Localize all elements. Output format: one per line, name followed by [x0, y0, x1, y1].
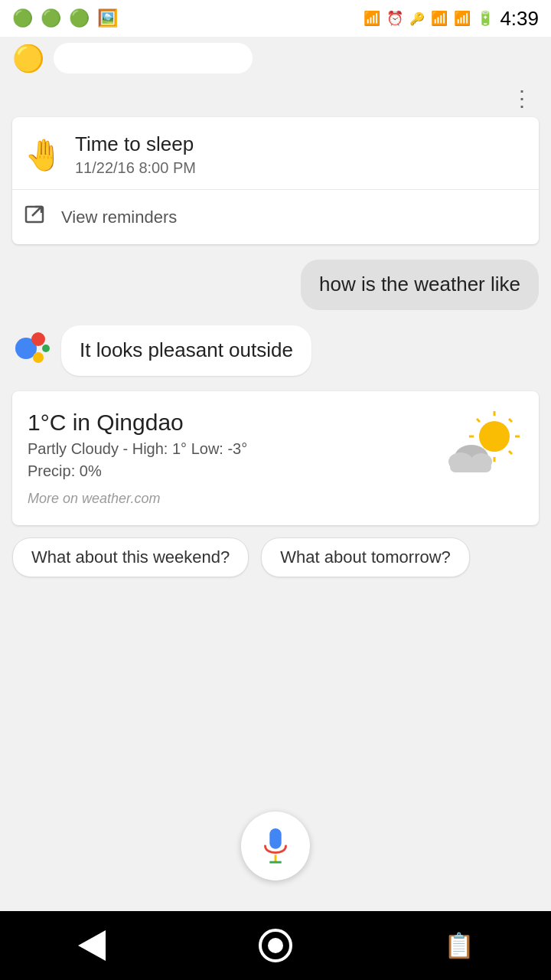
status-time: 4:39	[500, 7, 539, 31]
svg-line-1	[32, 207, 41, 216]
svg-point-3	[31, 332, 45, 346]
overflow-menu-button[interactable]: ⋮	[505, 83, 539, 114]
photo-icon: 🖼️	[97, 8, 118, 28]
user-message: how is the weather like	[12, 260, 539, 310]
weather-icon	[439, 410, 523, 488]
status-icons-right: 📶 ⏰ 🔑 📶 📶 🔋 4:39	[364, 7, 539, 31]
back-icon	[78, 930, 106, 961]
chat-area: how is the weather like It looks pleasan…	[0, 244, 551, 391]
chip-weekend[interactable]: What about this weekend?	[12, 537, 249, 577]
view-reminders-label: View reminders	[61, 207, 177, 227]
home-icon	[259, 929, 292, 962]
main-content: ⋮ 🤚 Time to sleep 11/22/16 8:00 PM View …	[0, 80, 551, 911]
reminder-card: 🤚 Time to sleep 11/22/16 8:00 PM View re…	[12, 117, 539, 244]
reminder-date: 11/22/16 8:00 PM	[75, 159, 196, 177]
svg-line-13	[509, 419, 512, 422]
alarm-icon: ⏰	[386, 10, 403, 27]
vpn-icon: 🔑	[409, 11, 425, 26]
search-box[interactable]	[54, 43, 253, 74]
weather-description: Partly Cloudy - High: 1° Low: -3°	[28, 440, 247, 458]
signal-icon: 📶	[454, 10, 471, 27]
svg-rect-19	[269, 828, 281, 849]
wechat-icon-3: 🟢	[69, 8, 90, 28]
user-bubble: how is the weather like	[301, 260, 539, 310]
weather-precip: Precip: 0%	[28, 462, 247, 480]
svg-point-6	[479, 421, 510, 452]
back-button[interactable]	[69, 923, 115, 969]
svg-rect-18	[450, 462, 491, 472]
emoji-1: 🟡	[12, 43, 44, 74]
weather-card: 1°C in Qingdao Partly Cloudy - High: 1° …	[12, 391, 539, 525]
reminder-icon: 🤚	[24, 137, 63, 173]
wifi-icon: 📶	[431, 10, 448, 27]
reminder-title: Time to sleep	[75, 132, 196, 156]
weather-source[interactable]: More on weather.com	[28, 491, 247, 507]
reminder-text: Time to sleep 11/22/16 8:00 PM	[75, 132, 196, 177]
view-reminders-button[interactable]: View reminders	[12, 190, 539, 244]
weather-info: 1°C in Qingdao Partly Cloudy - High: 1° …	[28, 410, 247, 507]
wechat-icon-2: 🟢	[41, 8, 61, 28]
svg-line-12	[509, 451, 512, 454]
status-bar: 🟢 🟢 🟢 🖼️ 📶 ⏰ 🔑 📶 📶 🔋 4:39	[0, 0, 551, 37]
view-reminders-icon	[24, 202, 49, 232]
status-icons-left: 🟢 🟢 🟢 🖼️	[12, 8, 118, 28]
app-icon-button[interactable]: 📋	[436, 923, 482, 969]
mic-button[interactable]	[241, 812, 310, 880]
weather-temp-city: 1°C in Qingdao	[28, 410, 247, 436]
emoji-bar: 🟡	[0, 37, 551, 80]
chip-tomorrow[interactable]: What about tomorrow?	[261, 537, 470, 577]
battery-icon: 🔋	[477, 10, 494, 27]
wechat-icon-1: 🟢	[12, 8, 33, 28]
svg-point-4	[33, 352, 44, 363]
svg-line-11	[477, 419, 480, 422]
mic-area	[0, 789, 551, 911]
assistant-message: It looks pleasant outside	[12, 325, 539, 376]
google-assistant-logo	[12, 328, 52, 368]
assistant-bubble: It looks pleasant outside	[61, 325, 311, 376]
bottom-nav: 📋	[0, 911, 551, 980]
bluetooth-icon: 📶	[364, 10, 380, 27]
home-button[interactable]	[253, 923, 298, 969]
suggestion-chips: What about this weekend? What about tomo…	[0, 525, 551, 590]
svg-point-5	[42, 345, 50, 352]
reminder-header: 🤚 Time to sleep 11/22/16 8:00 PM	[12, 117, 539, 190]
app-icon: 📋	[444, 931, 474, 960]
